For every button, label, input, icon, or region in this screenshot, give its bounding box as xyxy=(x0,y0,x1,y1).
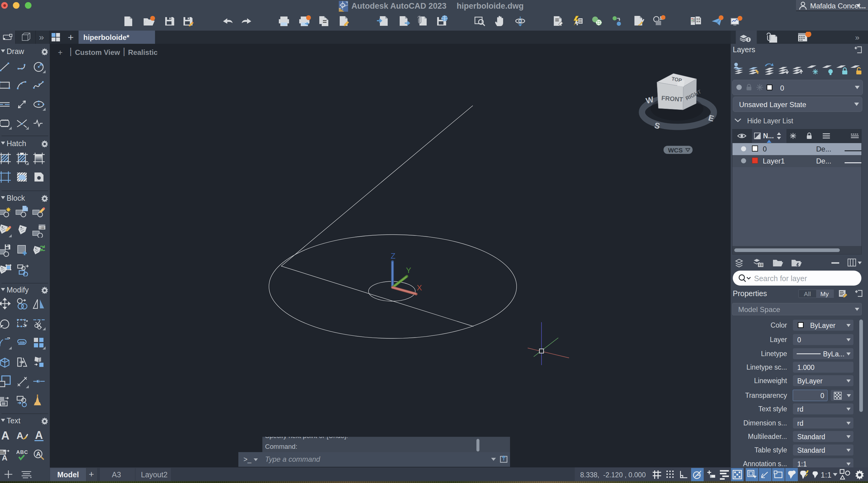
svg-text:A: A xyxy=(35,429,43,441)
svg-text:A: A xyxy=(2,453,7,462)
svg-text:A: A xyxy=(1,429,9,442)
svg-text:A: A xyxy=(36,450,41,458)
svg-text:ABC: ABC xyxy=(16,449,28,455)
svg-text:E: E xyxy=(708,113,715,123)
svg-text:A: A xyxy=(17,430,23,441)
